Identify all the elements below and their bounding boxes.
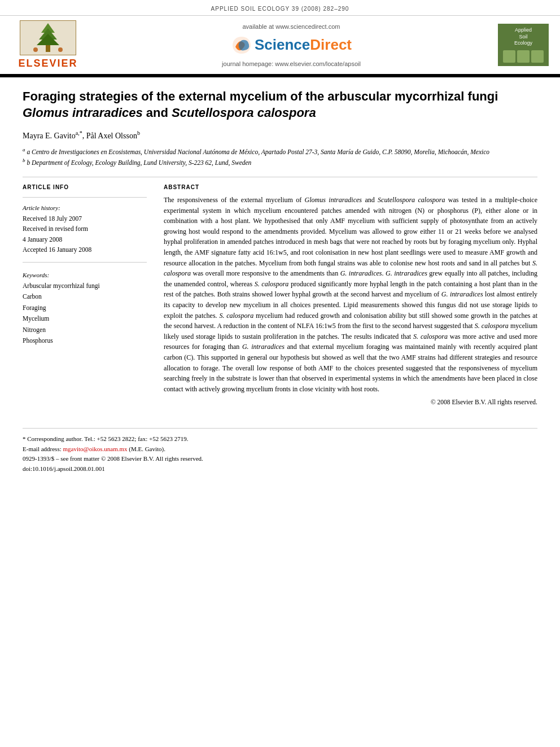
svg-rect-1 [46,44,50,52]
applied-soil-badge: Applied Soil Ecology [498,24,549,66]
corresponding-sup: * [80,130,82,136]
divider-1 [23,177,537,177]
article-body: Foraging strategies of the external myce… [0,77,560,417]
doi-line: doi:10.1016/j.apsoil.2008.01.001 [23,464,537,474]
received-1: Received 18 July 2007 [23,213,147,224]
article-info-label: ARTICLE INFO [23,184,147,190]
email-suffix: (M.E. Gavito). [129,445,165,452]
badge-img-3 [531,50,544,63]
badge-img-2 [517,50,530,63]
badge-line3: Ecology [514,40,532,46]
keyword-6: Phosphorus [23,335,147,347]
abstract-label: ABSTRACT [164,184,537,190]
received-2: Received in revised form4 January 2008 [23,224,147,244]
badge-img-1 [503,50,515,63]
journal-header-top: APPLIED SOIL ECOLOGY 39 (2008) 282–290 [0,3,560,16]
elsevier-logo: ELSEVIER [11,20,85,69]
email-label: E-mail address: [23,445,62,452]
journal-homepage: journal homepage: www.elsevier.com/locat… [222,60,361,67]
journal-citation: APPLIED SOIL ECOLOGY 39 (2008) 282–290 [211,6,349,12]
keyword-4: Mycelium [23,313,147,325]
svg-point-6 [58,47,63,52]
affiliation-b: b b Department of Ecology, Ecology Build… [23,157,537,168]
affil-a-text: a Centro de Investigaciones en Ecosistem… [27,148,489,155]
issn-line: 0929-1393/$ – see front matter © 2008 El… [23,454,537,464]
keywords-label: Keywords: [23,272,147,278]
keyword-3: Foraging [23,303,147,314]
article-history-label: Article history: [23,204,147,211]
affil-a-sup: a, [76,130,80,136]
journal-header-main: ELSEVIER available at www.sciencedirect.… [0,16,560,74]
genus-species-1: Glomus intraradices [23,106,143,120]
badge-text: Applied Soil Ecology [514,27,532,47]
abstract-text: The responsiveness of the external mycel… [164,195,537,394]
affiliation-a: a a Centro de Investigaciones en Ecosist… [23,146,537,157]
affiliations: a a Centro de Investigaciones en Ecosist… [23,146,537,168]
keywords-section: Keywords: Arbuscular mycorrhizal fungi C… [23,272,147,347]
corresponding-author-note: * Corresponding author. Tel.: +52 5623 2… [23,434,537,444]
authors: Mayra E. Gavitoa,*, Pål Axel Olssonb [23,130,537,141]
accepted: Accepted 16 January 2008 [23,244,147,255]
email-line: E-mail address: mgavito@oikos.unam.mx (M… [23,444,537,455]
keyword-1: Arbuscular mycorrhizal fungi [23,281,147,292]
sd-logo-text: ScienceDirect [255,36,352,54]
copyright: © 2008 Elsevier B.V. All rights reserved… [164,399,537,405]
article-footer: * Corresponding author. Tel.: +52 5623 2… [23,428,537,474]
badge-images [503,50,544,63]
journal-header: APPLIED SOIL ECOLOGY 39 (2008) 282–290 [0,0,560,75]
svg-point-5 [33,47,38,52]
sciencedirect-area: available at www.sciencedirect.com Scien… [85,23,498,67]
elsevier-tree-icon [20,20,76,55]
keyword-5: Nitrogen [23,325,147,336]
elsevier-name: ELSEVIER [18,58,77,69]
sd-logo: ScienceDirect [231,34,352,56]
affil-b-marker: b [23,158,25,163]
divider-keywords [23,262,147,263]
article-title: Foraging strategies of the external myce… [23,89,537,121]
sd-logo-icon [231,34,252,56]
article-info: ARTICLE INFO Article history: Received 1… [23,184,147,405]
sd-science: Science [255,36,310,53]
divider-info [23,197,147,198]
sd-direct: Direct [310,36,352,53]
affil-b-text: b Department of Ecology, Ecology Buildin… [27,159,251,166]
affil-a-marker: a [23,147,25,152]
abstract-section: ABSTRACT The responsiveness of the exter… [164,184,537,405]
badge-line1: Applied [515,27,532,33]
genus-species-2: Scutellospora calospora [172,106,316,120]
keyword-2: Carbon [23,291,147,303]
info-section: ARTICLE INFO Article history: Received 1… [23,184,537,405]
email-address: mgavito@oikos.unam.mx [63,445,127,452]
affil-b-sup: b [137,130,140,136]
available-text: available at www.sciencedirect.com [242,23,340,30]
badge-line2: Soil [519,34,527,40]
